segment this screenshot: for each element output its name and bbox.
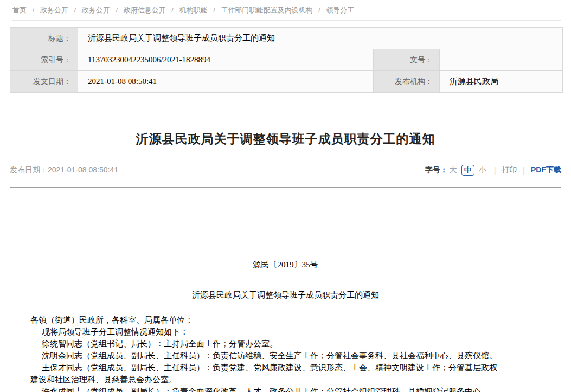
document-ref-number: 源民〔2019〕35号	[10, 260, 561, 270]
pdf-download-button[interactable]: PDF下载	[531, 165, 561, 175]
breadcrumb-item-leadership[interactable]: 领导分工	[326, 6, 354, 14]
article-meta-row: 发布日期：2021-01-08 08:50:41 字号： 大 中 小 | 打印 …	[10, 164, 561, 177]
document-body: 各镇（街道）民政所，各科室、局属各单位： 现将局领导班子分工调整情况通知如下： …	[10, 314, 504, 392]
breadcrumb-separator: /	[116, 6, 118, 14]
breadcrumb-item-zwgk-2[interactable]: 政务公开	[82, 6, 110, 14]
article-toolbar: 字号： 大 中 小 | 打印 | PDF下载	[425, 165, 561, 176]
paragraph-wang-baocai: 王保才同志（党组成员、副局长、主任科员）：负责党建、党风廉政建设、意识形态、工会…	[30, 362, 504, 385]
breadcrumb-separator: /	[171, 6, 174, 14]
breadcrumb-separator: /	[74, 6, 76, 14]
doc-number-value	[440, 49, 563, 71]
breadcrumb: 首页 / 政务公开 / 政务公开 / 政府信息公开 / 机构职能 / 工作部门职…	[0, 0, 571, 15]
table-row: 索引号： 113703230042235006/2021-1828894 文号：	[10, 49, 563, 71]
paragraph-salutation: 各镇（街道）民政所，各科室、局属各单位：	[30, 314, 504, 326]
document-title: 沂源县民政局关于调整领导班子成员职责分工的通知	[10, 290, 561, 300]
document-info-table: 标题： 沂源县民政局关于调整领导班子成员职责分工的通知 索引号： 1137032…	[10, 27, 563, 93]
breadcrumb-divider	[12, 20, 561, 21]
issue-date-label: 发文日期：	[10, 71, 78, 93]
paragraph-intro: 现将局领导班子分工调整情况通知如下：	[30, 326, 504, 338]
font-small-button[interactable]: 小	[479, 165, 486, 175]
breadcrumb-item-zwgk-1[interactable]: 政务公开	[40, 6, 68, 14]
font-medium-button[interactable]: 中	[461, 165, 474, 176]
page-title: 沂源县民政局关于调整领导班子成员职责分工的通知	[16, 131, 555, 147]
title-label: 标题：	[10, 28, 78, 49]
font-large-button[interactable]: 大	[450, 165, 457, 175]
breadcrumb-separator: /	[318, 6, 320, 14]
agency-value: 沂源县民政局	[440, 71, 563, 93]
title-value: 沂源县民政局关于调整领导班子成员职责分工的通知	[78, 28, 563, 49]
publish-date-label: 发布日期：	[10, 165, 48, 174]
print-button[interactable]: 打印	[502, 165, 517, 175]
breadcrumb-item-org-functions[interactable]: 机构职能	[179, 6, 208, 14]
table-row: 发文日期： 2021-01-08 08:50:41 发布机构： 沂源县民政局	[10, 71, 563, 93]
document-content: 源民〔2019〕35号 沂源县民政局关于调整领导班子成员职责分工的通知 各镇（街…	[10, 260, 561, 392]
publish-date: 发布日期：2021-01-08 08:50:41	[10, 165, 118, 175]
doc-number-label: 文号：	[374, 49, 440, 71]
agency-label: 发布机构：	[374, 71, 440, 93]
breadcrumb-separator: /	[213, 6, 215, 14]
paragraph-shen-mingyu: 沈明余同志（党组成员、副局长、主任科员）：负责信访维稳、安全生产工作；分管社会事…	[30, 350, 504, 362]
breadcrumb-item-home[interactable]: 首页	[12, 6, 27, 14]
font-size-label: 字号：	[425, 165, 448, 175]
toolbar-separator: |	[494, 166, 496, 175]
paragraph-xu-tongzhi: 徐统智同志（党组书记、局长）：主持局全面工作；分管办公室。	[30, 338, 504, 350]
issue-date-value: 2021-01-08 08:50:41	[78, 71, 374, 93]
content-divider	[10, 187, 561, 188]
paragraph-xu-yongcheng: 许永成同志（党组成员、副局长）：负责全面深化改革、人才、政务公开工作；分管社会组…	[30, 385, 504, 392]
toolbar-separator: |	[523, 166, 525, 175]
breadcrumb-item-dept-config[interactable]: 工作部门职能配置及内设机构	[221, 6, 312, 14]
index-number-value: 113703230042235006/2021-1828894	[78, 49, 374, 71]
breadcrumb-separator: /	[33, 6, 35, 14]
table-row: 标题： 沂源县民政局关于调整领导班子成员职责分工的通知	[10, 28, 563, 49]
breadcrumb-item-info-disclosure[interactable]: 政府信息公开	[124, 6, 166, 14]
publish-date-value: 2021-01-08 08:50:41	[48, 165, 118, 174]
index-number-label: 索引号：	[10, 49, 78, 71]
